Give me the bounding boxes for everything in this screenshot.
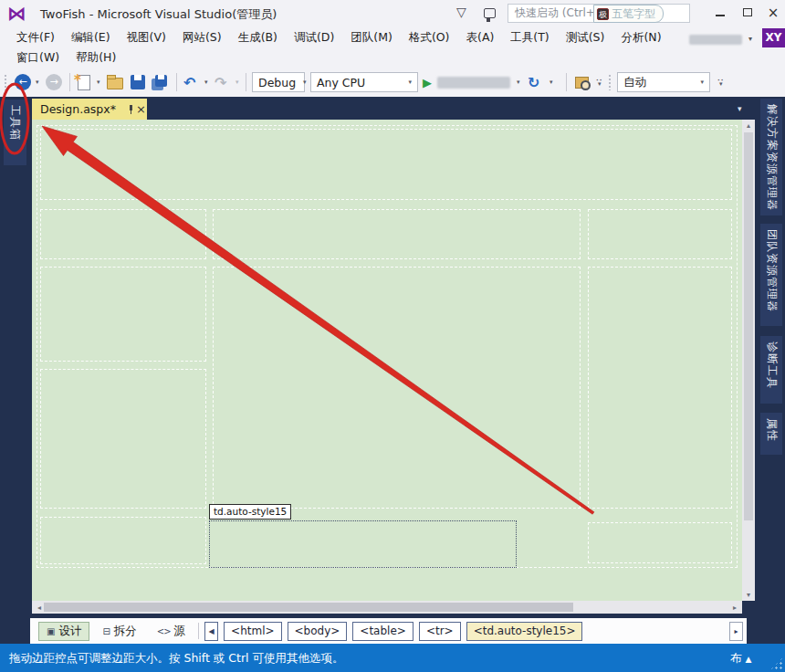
menu-view[interactable]: 视图(V) bbox=[119, 28, 174, 47]
split-view-button[interactable]: ⊟ 拆分 bbox=[95, 622, 143, 641]
navigate-forward-button[interactable]: → bbox=[46, 68, 62, 97]
menu-analyze[interactable]: 分析(N) bbox=[612, 28, 669, 47]
table-cell-row2-right[interactable] bbox=[588, 209, 732, 259]
close-icon: × bbox=[768, 5, 780, 21]
table-cell-middle-tall[interactable] bbox=[213, 267, 581, 509]
user-dropdown-caret-icon[interactable]: ▾ bbox=[748, 35, 752, 43]
combo-caret-icon: ▾ bbox=[693, 79, 704, 86]
team-explorer-autohide-tab[interactable]: 团队资源管理器 bbox=[760, 224, 782, 326]
diagnostic-tools-autohide-tab[interactable]: 诊断工具 bbox=[760, 336, 782, 404]
menu-bar-row1: 文件(F) 编辑(E) 视图(V) 网站(S) 生成(B) 调试(D) 团队(M… bbox=[0, 27, 785, 47]
toolbar-overflow-button[interactable]: ··▾ bbox=[596, 68, 602, 97]
feedback-icon[interactable] bbox=[484, 8, 496, 18]
user-avatar[interactable]: XY bbox=[762, 28, 785, 47]
document-list-caret-icon[interactable]: ▾ bbox=[738, 104, 742, 113]
table-cell-row3-left[interactable] bbox=[40, 267, 206, 362]
undo-button[interactable]: ↶ bbox=[183, 68, 195, 97]
design-view-button[interactable]: ▣ 设计 bbox=[38, 622, 89, 641]
refresh-button[interactable]: ↻ bbox=[528, 68, 539, 97]
table-cell-right-tall[interactable] bbox=[588, 267, 732, 509]
source-view-button[interactable]: <> 源 bbox=[150, 622, 193, 641]
menu-window[interactable]: 窗口(W) bbox=[8, 48, 68, 68]
design-surface[interactable]: td.auto-style15 bbox=[32, 120, 742, 601]
ime-status-badge[interactable]: 极 五笔字型 bbox=[593, 5, 664, 23]
scroll-up-icon[interactable]: ▴ bbox=[742, 121, 755, 130]
menu-edit[interactable]: 编辑(E) bbox=[63, 28, 119, 47]
solution-explorer-tab-label: 解决方案资源管理器 bbox=[764, 104, 780, 211]
menu-test[interactable]: 测试(S) bbox=[558, 28, 613, 47]
table-cell-row1[interactable] bbox=[40, 129, 732, 200]
back-dropdown-caret[interactable]: ▾ bbox=[34, 68, 39, 97]
design-view-icon: ▣ bbox=[47, 626, 55, 636]
maximize-button[interactable] bbox=[738, 4, 758, 22]
solution-platform-combobox[interactable]: Any CPU▾ bbox=[310, 68, 418, 97]
solution-configuration-combobox[interactable]: Debug▾ bbox=[252, 68, 305, 97]
browser-dropdown-caret[interactable]: ▾ bbox=[515, 68, 520, 97]
table-cell-row2-left[interactable] bbox=[40, 209, 206, 259]
menu-file[interactable]: 文件(F) bbox=[8, 28, 63, 47]
window-resize-grip[interactable] bbox=[770, 657, 783, 670]
attach-mode-value: 自动 bbox=[623, 75, 646, 90]
maximize-icon bbox=[743, 8, 752, 16]
scroll-right-icon[interactable]: ▸ bbox=[728, 604, 741, 612]
new-file-dropdown-caret[interactable]: ▾ bbox=[95, 68, 100, 97]
menu-table[interactable]: 表(A) bbox=[458, 28, 503, 47]
attach-mode-combobox[interactable]: 自动▾ bbox=[617, 68, 710, 97]
menu-team[interactable]: 团队(M) bbox=[342, 28, 401, 47]
tag-html[interactable]: <html> bbox=[224, 622, 281, 641]
minimize-button[interactable] bbox=[710, 4, 730, 22]
toolbar-grip[interactable] bbox=[608, 68, 612, 97]
signed-in-user-name-redacted[interactable] bbox=[689, 35, 742, 45]
redo-button[interactable]: ↷ bbox=[215, 68, 226, 97]
menu-debug[interactable]: 调试(D) bbox=[286, 28, 342, 47]
properties-autohide-tab[interactable]: 属性 bbox=[760, 413, 782, 455]
redo-dropdown-caret[interactable]: ▾ bbox=[234, 68, 239, 97]
notifications-filter-icon[interactable]: ▽ bbox=[456, 5, 466, 19]
navigate-back-button[interactable]: ← bbox=[15, 68, 31, 97]
document-tab-design-aspx[interactable]: Design.aspx* × bbox=[32, 99, 147, 120]
toolbar-grip[interactable] bbox=[4, 68, 8, 97]
table-cell-row5-left[interactable] bbox=[40, 517, 206, 564]
combo-caret-icon: ▾ bbox=[401, 79, 412, 86]
open-file-button[interactable] bbox=[107, 68, 123, 97]
statusbar-ime-indicator[interactable]: 布 ▲ bbox=[730, 651, 751, 667]
vertical-scrollbar[interactable]: ▴ ▾ bbox=[742, 120, 755, 601]
start-debugging-button[interactable]: ▶ bbox=[423, 68, 432, 97]
table-cell-row2-middle[interactable] bbox=[213, 209, 581, 259]
toolbar-separator bbox=[69, 68, 70, 97]
split-view-label: 拆分 bbox=[114, 624, 137, 639]
table-cell-row5-right[interactable] bbox=[588, 522, 732, 563]
save-button[interactable] bbox=[131, 68, 145, 97]
menu-format[interactable]: 格式(O) bbox=[401, 28, 458, 47]
cell-tooltip: td.auto-style15 bbox=[209, 504, 291, 520]
tag-scroll-right-button[interactable]: ▸ bbox=[729, 622, 743, 641]
tagbar-separator bbox=[198, 623, 199, 639]
solution-explorer-autohide-tab[interactable]: 解决方案资源管理器 bbox=[760, 99, 782, 215]
vertical-scrollbar-thumb[interactable] bbox=[744, 132, 753, 520]
toolbar-overflow-button[interactable]: ··▾ bbox=[717, 68, 724, 97]
save-all-button[interactable] bbox=[152, 68, 167, 97]
selected-table-cell-td-auto-style15[interactable] bbox=[209, 520, 517, 568]
scroll-down-icon[interactable]: ▾ bbox=[742, 591, 755, 599]
menu-help[interactable]: 帮助(H) bbox=[68, 48, 124, 68]
tag-body[interactable]: <body> bbox=[288, 622, 348, 641]
menu-tools[interactable]: 工具(T) bbox=[502, 28, 557, 47]
tag-table[interactable]: <table> bbox=[352, 622, 413, 641]
browse-inspect-icon bbox=[575, 77, 589, 89]
close-button[interactable]: × bbox=[763, 4, 783, 22]
tag-tr[interactable]: <tr> bbox=[419, 622, 461, 641]
close-tab-icon[interactable]: × bbox=[136, 103, 146, 115]
undo-dropdown-caret[interactable]: ▾ bbox=[203, 68, 208, 97]
tag-td-auto-style15[interactable]: <td.auto-style15> bbox=[466, 622, 583, 641]
tag-scroll-left-button[interactable]: ◀ bbox=[204, 622, 218, 641]
horizontal-scrollbar[interactable]: ◂ ▸ bbox=[32, 601, 742, 614]
menu-website[interactable]: 网站(S) bbox=[174, 28, 230, 47]
menu-build[interactable]: 生成(B) bbox=[230, 28, 286, 47]
browser-target-redacted[interactable] bbox=[437, 68, 510, 97]
horizontal-scrollbar-thumb[interactable] bbox=[44, 603, 573, 612]
table-cell-row4-left[interactable] bbox=[40, 369, 206, 509]
browse-with-button[interactable] bbox=[575, 68, 589, 97]
refresh-dropdown-caret[interactable]: ▾ bbox=[548, 68, 553, 97]
new-file-button[interactable] bbox=[78, 68, 90, 97]
toolbox-autohide-tab[interactable]: 工具箱 bbox=[4, 100, 26, 165]
